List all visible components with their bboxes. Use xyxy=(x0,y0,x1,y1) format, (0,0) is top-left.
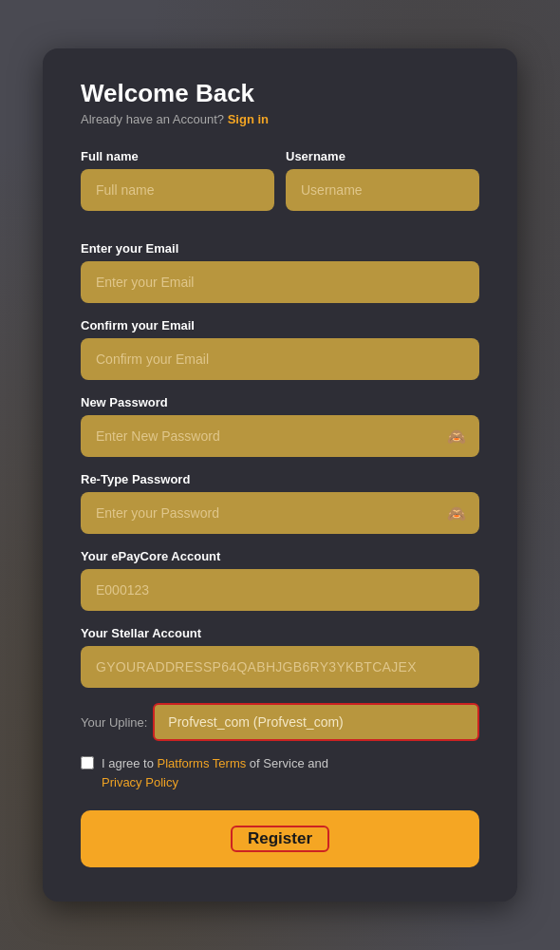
epaycore-input-wrap xyxy=(81,569,479,611)
fullname-input-wrap xyxy=(81,169,274,211)
email-input[interactable] xyxy=(81,261,479,303)
retype-password-input-wrap: 🙈 xyxy=(81,492,479,534)
name-row: Full name Username xyxy=(81,149,479,226)
fullname-label: Full name xyxy=(81,149,274,163)
terms-checkbox[interactable] xyxy=(81,756,94,770)
page-title: Welcome Back xyxy=(81,79,479,108)
registration-card: Welcome Back Already have an Account? Si… xyxy=(43,48,517,902)
new-password-input-wrap: 🙈 xyxy=(81,415,479,457)
terms-text: I agree to Platforms Terms of Service an… xyxy=(102,754,328,791)
new-password-input[interactable] xyxy=(81,415,479,457)
register-button[interactable]: Register xyxy=(81,810,479,867)
epaycore-input[interactable] xyxy=(81,569,479,611)
fullname-field-group: Full name xyxy=(81,149,274,211)
stellar-label: Your Stellar Account xyxy=(81,626,479,640)
upline-label: Your Upline: xyxy=(81,715,147,730)
email-input-wrap xyxy=(81,261,479,303)
stellar-input[interactable] xyxy=(81,646,479,688)
retype-password-label: Re-Type Password xyxy=(81,472,479,486)
fullname-input[interactable] xyxy=(81,169,274,211)
platforms-terms-link[interactable]: Platforms Terms xyxy=(158,756,247,770)
signin-link[interactable]: Sign in xyxy=(228,112,269,126)
confirm-email-field-group: Confirm your Email xyxy=(81,318,479,380)
upline-value: Profvest_com (Profvest_com) xyxy=(153,703,479,741)
username-label: Username xyxy=(286,149,479,163)
epaycore-label: Your ePayCore Account xyxy=(81,549,479,563)
username-input[interactable] xyxy=(286,169,479,211)
terms-checkbox-row: I agree to Platforms Terms of Service an… xyxy=(81,754,479,791)
subtitle-text: Already have an Account? Sign in xyxy=(81,112,479,126)
username-input-wrap xyxy=(286,169,479,211)
new-password-label: New Password xyxy=(81,395,479,409)
confirm-email-input-wrap xyxy=(81,338,479,380)
new-password-field-group: New Password 🙈 xyxy=(81,395,479,457)
register-button-label: Register xyxy=(231,826,329,852)
confirm-email-input[interactable] xyxy=(81,338,479,380)
upline-row: Your Upline: Profvest_com (Profvest_com) xyxy=(81,703,479,741)
stellar-input-wrap xyxy=(81,646,479,688)
confirm-email-label: Confirm your Email xyxy=(81,318,479,332)
epaycore-field-group: Your ePayCore Account xyxy=(81,549,479,611)
email-field-group: Enter your Email xyxy=(81,241,479,303)
retype-password-field-group: Re-Type Password 🙈 xyxy=(81,472,479,534)
retype-password-input[interactable] xyxy=(81,492,479,534)
stellar-field-group: Your Stellar Account xyxy=(81,626,479,688)
username-field-group: Username xyxy=(286,149,479,211)
privacy-policy-link[interactable]: Privacy Policy xyxy=(102,775,178,789)
email-label: Enter your Email xyxy=(81,241,479,256)
